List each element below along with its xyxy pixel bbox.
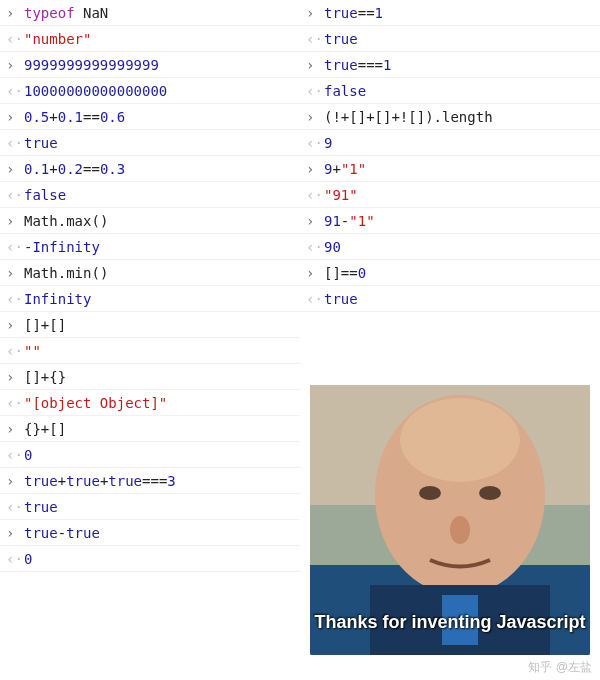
svg-point-7 bbox=[450, 516, 470, 544]
console-output-line: ‹·true bbox=[0, 130, 300, 156]
console-output-line: ‹·Infinity bbox=[0, 286, 300, 312]
console-output-line: ‹·"91" bbox=[300, 182, 600, 208]
console-output-line: ‹·90 bbox=[300, 234, 600, 260]
console-input-line: ›typeof NaN bbox=[0, 0, 300, 26]
console-output-line: ‹·9 bbox=[300, 130, 600, 156]
code-content: true bbox=[324, 291, 594, 307]
code-content: true===1 bbox=[324, 57, 594, 73]
output-marker-icon: ‹· bbox=[306, 83, 324, 99]
console-input-line: ›{}+[] bbox=[0, 416, 300, 442]
code-content: 9999999999999999 bbox=[24, 57, 294, 73]
console-output-line: ‹·true bbox=[300, 286, 600, 312]
console-column-left: ›typeof NaN‹·"number"›9999999999999999‹·… bbox=[0, 0, 300, 680]
console-column-right: ›true==1‹·true›true===1‹·false›(!+[]+[]+… bbox=[300, 0, 600, 680]
output-marker-icon: ‹· bbox=[6, 395, 24, 411]
console-input-line: ›[]+[] bbox=[0, 312, 300, 338]
console-output-line: ‹·"number" bbox=[0, 26, 300, 52]
output-marker-icon: ‹· bbox=[6, 551, 24, 567]
code-content: true==1 bbox=[324, 5, 594, 21]
console-input-line: ›(!+[]+[]+![]).length bbox=[300, 104, 600, 130]
code-content: false bbox=[324, 83, 594, 99]
console-output-line: ‹·true bbox=[300, 26, 600, 52]
input-marker-icon: › bbox=[6, 213, 24, 229]
code-content: 0 bbox=[24, 551, 294, 567]
console-input-line: ›0.1+0.2==0.3 bbox=[0, 156, 300, 182]
console-input-line: ›Math.max() bbox=[0, 208, 300, 234]
code-content: 0.5+0.1==0.6 bbox=[24, 109, 294, 125]
output-marker-icon: ‹· bbox=[306, 187, 324, 203]
code-content: 10000000000000000 bbox=[24, 83, 294, 99]
code-content: Math.max() bbox=[24, 213, 294, 229]
output-marker-icon: ‹· bbox=[6, 291, 24, 307]
code-content: Math.min() bbox=[24, 265, 294, 281]
code-content: true+true+true===3 bbox=[24, 473, 294, 489]
console-input-line: ›true-true bbox=[0, 520, 300, 546]
console-input-line: ›true+true+true===3 bbox=[0, 468, 300, 494]
input-marker-icon: › bbox=[6, 369, 24, 385]
output-marker-icon: ‹· bbox=[6, 499, 24, 515]
input-marker-icon: › bbox=[6, 265, 24, 281]
input-marker-icon: › bbox=[306, 109, 324, 125]
output-marker-icon: ‹· bbox=[6, 239, 24, 255]
code-content: 90 bbox=[324, 239, 594, 255]
input-marker-icon: › bbox=[306, 5, 324, 21]
code-content: "" bbox=[24, 343, 294, 359]
console-input-line: ›[]+{} bbox=[0, 364, 300, 390]
code-content: 0 bbox=[24, 447, 294, 463]
code-content: true-true bbox=[24, 525, 294, 541]
input-marker-icon: › bbox=[6, 473, 24, 489]
code-content: "[object Object]" bbox=[24, 395, 294, 411]
code-content: -Infinity bbox=[24, 239, 294, 255]
console-input-line: ›[]==0 bbox=[300, 260, 600, 286]
console-output-line: ‹·true bbox=[0, 494, 300, 520]
input-marker-icon: › bbox=[6, 317, 24, 333]
input-marker-icon: › bbox=[6, 57, 24, 73]
console-input-line: ›Math.min() bbox=[0, 260, 300, 286]
output-marker-icon: ‹· bbox=[6, 83, 24, 99]
console-input-line: ›9999999999999999 bbox=[0, 52, 300, 78]
code-content: "91" bbox=[324, 187, 594, 203]
output-marker-icon: ‹· bbox=[6, 31, 24, 47]
input-marker-icon: › bbox=[6, 525, 24, 541]
output-marker-icon: ‹· bbox=[6, 187, 24, 203]
code-content: Infinity bbox=[24, 291, 294, 307]
console-output-line: ‹·10000000000000000 bbox=[0, 78, 300, 104]
console-output-line: ‹·0 bbox=[0, 442, 300, 468]
code-content: true bbox=[24, 499, 294, 515]
svg-point-4 bbox=[400, 398, 520, 482]
input-marker-icon: › bbox=[6, 421, 24, 437]
input-marker-icon: › bbox=[6, 109, 24, 125]
output-marker-icon: ‹· bbox=[306, 239, 324, 255]
input-marker-icon: › bbox=[6, 161, 24, 177]
output-marker-icon: ‹· bbox=[6, 447, 24, 463]
console-output-line: ‹·false bbox=[300, 78, 600, 104]
svg-point-6 bbox=[479, 486, 501, 500]
console-output-line: ‹·"[object Object]" bbox=[0, 390, 300, 416]
meme-caption: Thanks for inventing Javascript bbox=[310, 612, 590, 633]
console-input-line: ›9+"1" bbox=[300, 156, 600, 182]
console-output-line: ‹·-Infinity bbox=[0, 234, 300, 260]
output-marker-icon: ‹· bbox=[6, 135, 24, 151]
output-marker-icon: ‹· bbox=[306, 31, 324, 47]
code-content: 0.1+0.2==0.3 bbox=[24, 161, 294, 177]
code-content: []+{} bbox=[24, 369, 294, 385]
console-input-line: ›91-"1" bbox=[300, 208, 600, 234]
input-marker-icon: › bbox=[306, 213, 324, 229]
input-marker-icon: › bbox=[6, 5, 24, 21]
input-marker-icon: › bbox=[306, 265, 324, 281]
console-output-line: ‹·false bbox=[0, 182, 300, 208]
output-marker-icon: ‹· bbox=[306, 291, 324, 307]
svg-point-5 bbox=[419, 486, 441, 500]
code-content: 9+"1" bbox=[324, 161, 594, 177]
console-input-line: ›0.5+0.1==0.6 bbox=[0, 104, 300, 130]
input-marker-icon: › bbox=[306, 161, 324, 177]
code-content: {}+[] bbox=[24, 421, 294, 437]
console-input-line: ›true===1 bbox=[300, 52, 600, 78]
code-content: "number" bbox=[24, 31, 294, 47]
code-content: 91-"1" bbox=[324, 213, 594, 229]
output-marker-icon: ‹· bbox=[306, 135, 324, 151]
code-content: true bbox=[24, 135, 294, 151]
console-output-line: ‹·0 bbox=[0, 546, 300, 572]
output-marker-icon: ‹· bbox=[6, 343, 24, 359]
code-content: typeof NaN bbox=[24, 5, 294, 21]
